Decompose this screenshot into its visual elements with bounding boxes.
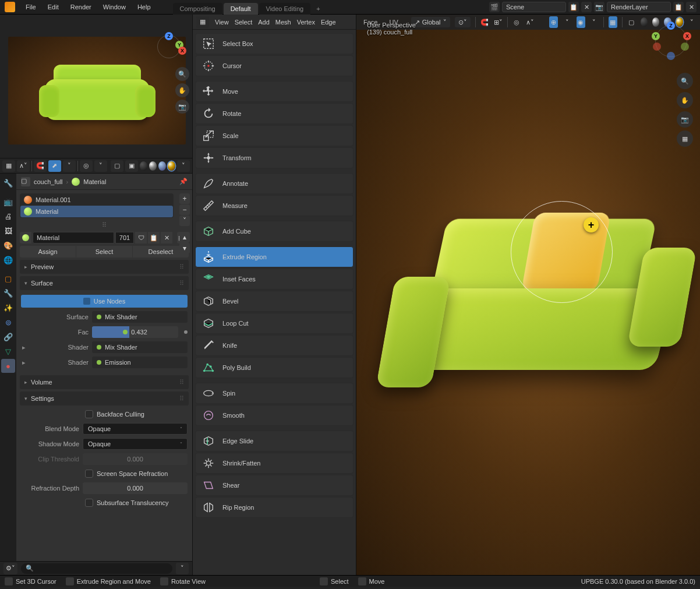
prop-dropdown-icon[interactable]: ˅ — [94, 160, 107, 172]
material-fake-user-button[interactable]: 🛡 — [135, 232, 147, 244]
tab-physics-icon[interactable]: ⊚ — [1, 315, 15, 329]
material-users[interactable]: 701 — [115, 232, 134, 244]
snap-opts-icon[interactable]: ⊞˅ — [494, 16, 503, 28]
gizmo-toggle-icon[interactable]: ⊕ — [549, 16, 558, 28]
tool-measure[interactable]: Measure — [195, 195, 353, 216]
tool-gizmo-circle[interactable] — [511, 201, 613, 303]
ssr-checkbox[interactable] — [85, 470, 93, 478]
material-name-input[interactable]: Material — [33, 232, 114, 244]
filter-icon[interactable]: ˅ — [176, 563, 189, 574]
material-up-button[interactable]: ▴ — [179, 232, 190, 242]
section-preview[interactable]: ▸Preview⠿ — [20, 260, 189, 274]
tab-data-icon[interactable]: ▽ — [1, 344, 15, 358]
use-nodes-button[interactable]: Use Nodes — [21, 295, 188, 308]
vp-axis-neg-x-icon[interactable] — [653, 43, 661, 51]
material-remove-button[interactable]: − — [179, 204, 190, 215]
backface-checkbox[interactable] — [85, 410, 93, 418]
material-add-button[interactable]: + — [179, 193, 190, 204]
material-unlink-button[interactable]: ✕ — [161, 232, 172, 244]
zoom-icon[interactable]: 🔍 — [175, 67, 189, 81]
tool-bevel[interactable]: Bevel — [195, 291, 353, 312]
pan-icon[interactable]: ✋ — [175, 83, 189, 97]
tab-world-icon[interactable]: 🌐 — [1, 253, 15, 267]
menu-window[interactable]: Window — [97, 0, 132, 15]
orientation-dropdown[interactable]: ↗ Global ˅ — [411, 17, 450, 27]
pivot-icon[interactable]: ∧˅ — [17, 160, 30, 172]
tool-rip[interactable]: Rip Region — [195, 497, 353, 518]
tab-viewlayer-icon[interactable]: 🖼 — [1, 224, 15, 238]
vp-axis-z-icon[interactable]: Z — [667, 22, 675, 30]
shading-matprev-icon[interactable] — [158, 161, 166, 171]
material-slot-0[interactable]: Material.001 — [20, 194, 173, 206]
editor-type-icon[interactable]: ▦ — [2, 160, 15, 172]
options-icon[interactable]: ⚙˅ — [3, 563, 17, 574]
vp-shading-wire-icon[interactable] — [641, 17, 648, 27]
tool-select-box[interactable]: Select Box — [195, 33, 353, 54]
tool-shrink-fatten[interactable]: Shrink/Fatten — [195, 453, 353, 474]
tool-transform[interactable]: Transform — [195, 147, 353, 168]
tool-poly-build[interactable]: Poly Build — [195, 357, 353, 378]
viewport-axis-gizmo[interactable]: Z Y X — [650, 20, 691, 61]
tab-material-icon[interactable]: ● — [1, 359, 15, 373]
workspace-add[interactable]: + — [312, 3, 324, 15]
extrude-gizmo-plus[interactable]: + — [584, 217, 599, 232]
shading-render-icon[interactable] — [168, 161, 175, 171]
snap-target-icon[interactable]: ˅ — [63, 160, 76, 172]
material-menu-button[interactable]: ˅ — [179, 216, 190, 226]
tool-edge-slide[interactable]: Edge Slide — [195, 431, 353, 452]
tool-rotate[interactable]: Rotate — [195, 103, 353, 124]
workspace-video[interactable]: Video Editing — [259, 3, 311, 15]
snap-icon[interactable]: 🧲 — [34, 160, 47, 172]
tab-output-icon[interactable]: 🖨 — [1, 209, 15, 223]
prop-edit-toggle-icon[interactable]: ◎ — [512, 16, 521, 28]
overlay2-icon[interactable]: ▣ — [125, 160, 138, 172]
surface-shader-dropdown[interactable]: Mix Shader — [92, 311, 188, 323]
refraction-depth-input[interactable]: 0.000 — [83, 482, 188, 494]
vp-camera-icon[interactable]: 📷 — [677, 111, 693, 128]
section-surface[interactable]: ▾Surface⠿ — [20, 276, 189, 290]
tab-object-icon[interactable]: ▢ — [1, 271, 15, 285]
vp-zoom-icon[interactable]: 🔍 — [677, 73, 693, 89]
menu-file[interactable]: File — [20, 0, 42, 15]
fac-link-icon[interactable] — [184, 330, 188, 334]
expand-shader1[interactable]: ▸ — [21, 344, 27, 351]
header-select[interactable]: Select — [235, 19, 253, 26]
fac-slider[interactable]: 0.432 — [92, 326, 178, 338]
tab-scene-icon[interactable]: 🎨 — [1, 238, 15, 252]
blend-mode-dropdown[interactable]: Opaque˅ — [83, 423, 188, 435]
overlay1-icon[interactable]: ▢ — [111, 160, 123, 172]
tab-tool-icon[interactable]: 🔧 — [1, 176, 15, 190]
shadow-mode-dropdown[interactable]: Opaque˅ — [83, 438, 188, 450]
header-view[interactable]: View — [215, 19, 229, 26]
vp-axis-x-icon[interactable]: X — [683, 32, 691, 40]
tool-loop-cut[interactable]: Loop Cut — [195, 313, 353, 334]
header-mesh[interactable]: Mesh — [275, 19, 291, 26]
tool-spin[interactable]: Spin — [195, 383, 353, 404]
section-settings[interactable]: ▾Settings⠿ — [20, 392, 189, 405]
vp-axis-y-icon[interactable]: Y — [652, 32, 660, 40]
axis-z-icon[interactable]: Z — [165, 32, 173, 40]
material-slot-1[interactable]: Material — [20, 206, 173, 217]
xray-toggle-icon[interactable]: ▢ — [627, 16, 636, 28]
workspace-compositing[interactable]: Compositing — [173, 3, 222, 15]
xray-icon[interactable]: ▦ — [609, 16, 617, 28]
material-copy-button[interactable]: 📋 — [148, 232, 160, 244]
vp-pan-icon[interactable]: ✋ — [677, 92, 693, 108]
tab-modifier-icon[interactable]: 🔧 — [1, 286, 15, 300]
menu-help[interactable]: Help — [132, 0, 157, 15]
tool-move[interactable]: Move — [195, 81, 353, 102]
tool-scale[interactable]: Scale — [195, 125, 353, 146]
shader1-dropdown[interactable]: Mix Shader — [92, 341, 188, 353]
scene-delete-icon[interactable]: ✕ — [581, 2, 592, 12]
assign-button[interactable]: Assign — [20, 246, 76, 258]
main-viewport[interactable]: + Face UV ↗ Global ˅ ⊙˅ 🧲 ⊞˅ ◎ ∧˅ ⊕ ˅ ◉ … — [356, 15, 700, 575]
material-down-button[interactable]: ▾ — [179, 243, 190, 253]
header-add[interactable]: Add — [258, 19, 270, 26]
vp-perspective-icon[interactable]: ▦ — [677, 131, 693, 147]
overlay-toggle-icon[interactable]: ◉ — [577, 16, 585, 28]
select-button[interactable]: Select — [76, 246, 132, 258]
tool-inset[interactable]: Inset Faces — [195, 269, 353, 290]
expand-shader2[interactable]: ▸ — [21, 359, 27, 366]
menu-render[interactable]: Render — [65, 0, 97, 15]
render-layer-field[interactable]: RenderLayer — [607, 2, 671, 12]
